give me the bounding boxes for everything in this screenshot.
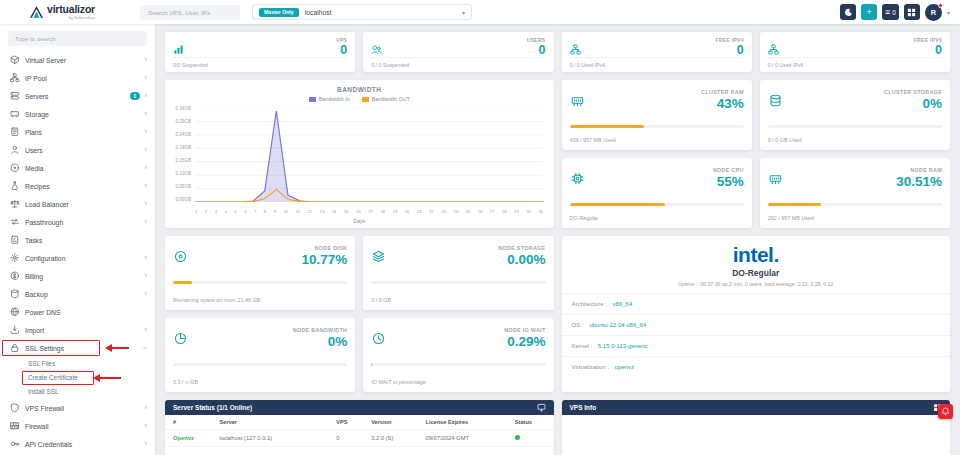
node-info-row: Architecture : x86_64 bbox=[562, 293, 951, 314]
chart-plot-area bbox=[195, 108, 544, 202]
card-footer: 0 / 0 GB Used bbox=[768, 137, 802, 143]
sidebar-item-label: SSL Settings bbox=[25, 345, 144, 352]
sidebar-item-label: Users bbox=[25, 147, 144, 154]
sidebar-item-firewall[interactable]: Firewall › bbox=[0, 417, 155, 435]
sidebar-item-import[interactable]: Import › bbox=[0, 321, 155, 339]
sidebar-item-configuration[interactable]: Configuration › bbox=[0, 249, 155, 267]
sidebar-item-ip-pool[interactable]: IP Pool › bbox=[0, 69, 155, 87]
sidebar-item-vps-firewall[interactable]: VPS Firewall › bbox=[0, 399, 155, 417]
chevron-right-icon: › bbox=[144, 56, 147, 64]
ram-icon bbox=[571, 93, 584, 111]
col-header: VPS bbox=[328, 415, 363, 430]
chevron-right-icon: › bbox=[144, 404, 147, 412]
sidebar-item-label: Backup bbox=[25, 291, 144, 298]
annotation-box bbox=[22, 371, 94, 385]
sidebar-item-recipes[interactable]: Recipes › bbox=[0, 177, 155, 195]
sidebar-item-label: Power DNS bbox=[25, 309, 147, 316]
balance-icon bbox=[10, 199, 25, 209]
node-info-label: Architecture : bbox=[572, 301, 607, 307]
chevron-right-icon: › bbox=[144, 74, 147, 82]
node-uptime: Uptime :: 06:37:36 up 2 min, 0 users, lo… bbox=[562, 281, 951, 287]
sidebar-item-label: Load Balancer bbox=[25, 201, 144, 208]
chevron-right-icon: › bbox=[144, 92, 147, 100]
sidebar-item-label: Storage bbox=[25, 111, 144, 118]
card-label: NODE CPU bbox=[713, 167, 744, 173]
sidebar-item-label: Configuration bbox=[25, 255, 144, 262]
sidebar-item-label: Firewall bbox=[25, 423, 144, 430]
node-info-value: 5.15.0-113-generic bbox=[598, 343, 648, 349]
col-header: Status bbox=[507, 415, 554, 430]
server-version: 3.2.0 (S) bbox=[363, 430, 417, 447]
col-header: # bbox=[165, 415, 212, 430]
card-label: NODE DISK bbox=[315, 245, 348, 251]
sidebar-item-users[interactable]: Users › bbox=[0, 141, 155, 159]
node-ram-card: NODE RAM 30.51% 292 / 957 MB Used bbox=[760, 158, 950, 228]
card-value: 10.77% bbox=[301, 252, 347, 267]
sidebar-item-label: Virtual Server bbox=[25, 57, 144, 64]
sidebar-item-backup[interactable]: Backup › bbox=[0, 285, 155, 303]
selected-server-label: localhost bbox=[305, 9, 456, 16]
node-disk-card: NODE DISK 10.77% Remaining space on /roo… bbox=[165, 236, 355, 310]
card-label: NODE IO WAIT bbox=[504, 327, 545, 333]
online-status-dot bbox=[515, 435, 520, 440]
count-badge: 1 bbox=[130, 92, 141, 100]
node-info-value: x86_64 bbox=[613, 301, 633, 307]
sidebar-item-media[interactable]: Media › bbox=[0, 159, 155, 177]
chevron-right-icon: › bbox=[144, 128, 147, 136]
notification-bell-button[interactable] bbox=[938, 404, 953, 419]
server-selector[interactable]: Master Only localhost ▾ bbox=[252, 4, 472, 20]
intel-logo: intel. bbox=[562, 244, 951, 265]
node-info-row: Kernel : 5.15.0-113-generic bbox=[562, 335, 951, 356]
cpu-icon bbox=[571, 171, 584, 189]
create-button[interactable]: + bbox=[861, 4, 877, 20]
sidebar-item-billing[interactable]: Billing › bbox=[0, 267, 155, 285]
sidebar-item-label: Plans bbox=[25, 129, 144, 136]
server-vps-count: 0 bbox=[328, 430, 363, 447]
sidebar-item-tasks[interactable]: Tasks bbox=[0, 231, 155, 249]
tasks-icon bbox=[10, 235, 25, 245]
sidebar-item-passthrough[interactable]: Passthrough › bbox=[0, 213, 155, 231]
col-header: Server bbox=[212, 415, 329, 430]
global-search-input[interactable] bbox=[140, 5, 240, 20]
wall-icon bbox=[10, 421, 25, 431]
sidebar-item-virtual-server[interactable]: Virtual Server › bbox=[0, 51, 155, 69]
virtualizor-logo[interactable]: virtualizor by Softaculous bbox=[0, 4, 130, 21]
sidebar: Virtual Server › IP Pool › Servers 1› St… bbox=[0, 24, 155, 455]
server-status-card: Server Status (1/1 Online) # Server VPS … bbox=[165, 400, 554, 455]
lock-icon bbox=[10, 343, 25, 353]
task-queue-button[interactable]: ≡0 bbox=[882, 4, 899, 20]
sidebar-item-power-dns[interactable]: Power DNS bbox=[0, 303, 155, 321]
calculator-button[interactable] bbox=[904, 4, 920, 20]
monitor-icon[interactable] bbox=[537, 403, 546, 412]
logo-triangle-icon bbox=[30, 6, 43, 18]
col-header: Version bbox=[363, 415, 417, 430]
sidebar-subitem-install-ssl[interactable]: Install SSL bbox=[0, 385, 155, 399]
node-io-wait-card: NODE IO WAIT 0.29% IO WAIT in percentage bbox=[363, 318, 553, 392]
sidebar-subitem-create-certificate[interactable]: Create Certificate bbox=[0, 371, 155, 385]
sidebar-item-api-credentials[interactable]: API Credentials › bbox=[0, 435, 155, 453]
node-info-label: OS : bbox=[572, 322, 584, 328]
dns-icon bbox=[10, 307, 25, 317]
sidebar-item-load-balancer[interactable]: Load Balancer › bbox=[0, 195, 155, 213]
sidebar-item-storage[interactable]: Storage › bbox=[0, 105, 155, 123]
cluster-ram-card: CLUSTER RAM 43% 409 / 957 MB Used bbox=[562, 80, 752, 150]
card-label: CLUSTER RAM bbox=[701, 89, 744, 95]
sidebar-item-ssl-settings[interactable]: SSL Settings › bbox=[0, 339, 155, 357]
server-row[interactable]: Openvz localhost (127.0.0.1) 0 3.2.0 (S)… bbox=[165, 430, 554, 447]
user-avatar[interactable]: R bbox=[925, 4, 942, 21]
sidebar-item-servers[interactable]: Servers 1› bbox=[0, 87, 155, 105]
vps-card: VPS 0 0/0 Suspended bbox=[165, 32, 355, 72]
sidebar-item-label: Servers bbox=[25, 93, 130, 100]
sidebar-item-plans[interactable]: Plans › bbox=[0, 123, 155, 141]
sidebar-search-input[interactable] bbox=[8, 31, 147, 46]
sidebar-subitem-ssl-files[interactable]: SSL Files bbox=[0, 357, 155, 371]
pie-icon bbox=[174, 331, 187, 349]
node-name: DO-Regular bbox=[562, 268, 951, 278]
card-label: NODE BANDWIDTH bbox=[293, 327, 348, 333]
card-label: NODE RAM bbox=[910, 167, 942, 173]
legend-bandwidth-out: Bandwidth OUT bbox=[362, 96, 410, 102]
node-info-label: Virtualization : bbox=[572, 364, 610, 370]
backup-icon bbox=[10, 289, 25, 299]
node-cpu-card: NODE CPU 55% DO-Regular bbox=[562, 158, 752, 228]
dark-mode-button[interactable] bbox=[840, 4, 856, 20]
